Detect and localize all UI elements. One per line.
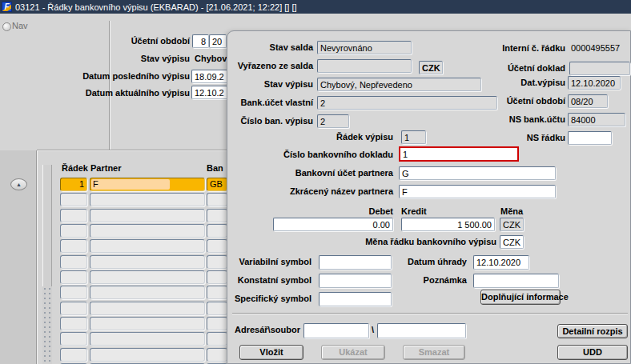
table-cell-radek[interactable]: 1 <box>60 178 87 191</box>
ukazat-button: Ukázat <box>321 345 385 360</box>
dlg-ucetni-obdobi-label: Účetní období <box>468 96 565 106</box>
vyrazeno-currency-field: CZK <box>419 61 443 74</box>
table-cell[interactable] <box>60 270 87 284</box>
ucetni-obdobi-month-field[interactable]: 8 <box>192 34 209 48</box>
adresar-field-1[interactable] <box>303 323 369 338</box>
debet-field[interactable]: 0.00 <box>273 218 393 231</box>
window-title: 03121 - Řádky bankovního výpisu (EKBARAD… <box>15 2 297 12</box>
grid-header-radek: Řádek <box>51 163 88 173</box>
udd-button[interactable]: UDD <box>557 345 628 360</box>
table-cell[interactable] <box>90 348 205 362</box>
table-cell[interactable] <box>90 270 205 284</box>
table-cell[interactable] <box>60 224 87 238</box>
table-cell[interactable] <box>207 239 227 253</box>
interni-c-radku-label: Interní č. řádku <box>468 43 565 53</box>
doplnujici-informace-button[interactable]: Doplňující informace <box>480 290 561 305</box>
nav-radio[interactable] <box>2 22 11 31</box>
konstatni-symbol-field[interactable] <box>319 274 392 288</box>
ns-radku-field[interactable] <box>568 131 612 145</box>
datum-posledniho-field[interactable]: 18.09.2 <box>191 70 227 83</box>
mena-field: CZK <box>500 218 524 231</box>
cell-selection-highlight <box>91 179 170 190</box>
kredit-label: Kredit <box>401 206 427 216</box>
table-cell[interactable] <box>90 255 205 269</box>
adresar-soubor-label: Adresář\soubor <box>235 325 300 334</box>
table-cell[interactable] <box>207 193 227 206</box>
variabilni-symbol-field[interactable] <box>319 255 392 270</box>
table-cell[interactable] <box>207 332 227 346</box>
stav-vypisu-label: Stav výpisu <box>48 54 190 63</box>
table-cell[interactable] <box>60 317 87 330</box>
table-cell[interactable] <box>207 224 227 238</box>
variabilni-symbol-label: Variabilní symbol <box>229 257 311 266</box>
datum-uhrady-field[interactable]: 12.10.2020 <box>473 255 529 270</box>
zkraceny-nazev-field[interactable]: F <box>399 185 556 198</box>
grid-header-partner: Partner <box>90 163 179 173</box>
radek-vypisu-label: Řádek výpisu <box>229 132 393 142</box>
table-cell[interactable] <box>207 270 227 284</box>
poznamka-label: Poznámka <box>388 275 467 285</box>
adresar-field-2[interactable] <box>377 323 466 338</box>
table-cell-bank[interactable]: GB <box>207 178 227 191</box>
ucetni-obdobi-label: Účetní období <box>48 36 190 46</box>
table-cell[interactable] <box>90 332 205 346</box>
table-cell[interactable] <box>90 317 205 330</box>
specificky-symbol-field[interactable] <box>319 292 392 306</box>
table-cell[interactable] <box>207 302 227 315</box>
table-cell[interactable] <box>90 193 205 206</box>
bank-ucet-vlastni-label: Bank.účet vlastní <box>229 98 313 107</box>
cislo-ban-vypisu-field: 2 <box>317 114 349 128</box>
table-cell[interactable] <box>60 332 87 346</box>
cislo-dokladu-label: Číslo bankovního dokladu <box>229 150 393 159</box>
dialog-separator <box>232 313 628 314</box>
konstatni-symbol-label: Konstatní symbol <box>229 275 311 285</box>
cislo-dokladu-field[interactable]: 1 <box>399 146 519 162</box>
dlg-stav-vypisu-field: Chybový, Nepřevedeno <box>317 78 481 91</box>
table-cell-partner[interactable]: F <box>90 178 205 191</box>
datum-uhrady-label: Datum úhrady <box>388 257 467 266</box>
vyrazeno-label: Vyřazeno ze salda <box>229 61 313 70</box>
table-cell[interactable] <box>60 193 87 206</box>
debet-label: Debet <box>313 206 393 216</box>
table-cell[interactable] <box>90 302 205 315</box>
kredit-field[interactable]: 1 500.00 <box>401 218 495 231</box>
table-cell[interactable] <box>90 286 205 299</box>
bank-ucet-partnera-field[interactable]: G <box>399 166 556 180</box>
adresar-separator: \ <box>372 325 374 334</box>
table-cell[interactable] <box>207 209 227 222</box>
poznamka-field[interactable] <box>473 274 559 288</box>
mena-label: Měna <box>500 206 523 216</box>
table-cell[interactable] <box>207 348 227 362</box>
ucetni-obdobi-year-field[interactable]: 20 <box>209 34 227 48</box>
mena-radku-field[interactable]: CZK <box>500 235 524 249</box>
dat-vypisu-field: 12.10.2020 <box>568 76 621 90</box>
grid-header-bank: Ban <box>207 163 227 173</box>
table-cell[interactable] <box>60 302 87 315</box>
table-cell[interactable] <box>60 255 87 269</box>
specificky-symbol-label: Specifický symbol <box>229 294 311 303</box>
table-cell[interactable] <box>90 209 205 222</box>
detailni-rozpis-button[interactable]: Detailní rozpis <box>557 324 628 338</box>
ns-bank-uctu-label: NS bank.účtu <box>468 114 565 124</box>
table-cell[interactable] <box>90 239 205 253</box>
app-window: F 03121 - Řádky bankovního výpisu (EKBAR… <box>0 0 631 364</box>
dlg-stav-vypisu-label: Stav výpisu <box>229 79 313 89</box>
ns-bank-uctu-field: 84000 <box>568 113 625 126</box>
table-cell[interactable] <box>207 255 227 269</box>
table-cell[interactable] <box>60 209 87 222</box>
table-cell[interactable] <box>207 317 227 330</box>
vlozit-button[interactable]: Vložit <box>239 345 303 360</box>
datum-aktualniho-label: Datum aktuálního výpisu <box>48 88 190 98</box>
dlg-ucetni-obdobi-field: 08/20 <box>568 94 608 108</box>
table-cell[interactable] <box>60 286 87 299</box>
table-cell[interactable] <box>60 348 87 362</box>
ucetni-doklad-field <box>569 62 630 75</box>
table-cell[interactable] <box>90 224 205 238</box>
app-icon: F <box>2 2 12 12</box>
table-cell[interactable] <box>207 286 227 299</box>
grid-top-divider <box>37 150 227 150</box>
dat-vypisu-label: Dat.výpisu <box>468 78 565 87</box>
datum-aktualniho-field[interactable]: 12.10.2 <box>191 86 227 99</box>
table-cell[interactable] <box>60 239 87 253</box>
datum-posledniho-label: Datum posledního výpisu <box>48 71 190 81</box>
